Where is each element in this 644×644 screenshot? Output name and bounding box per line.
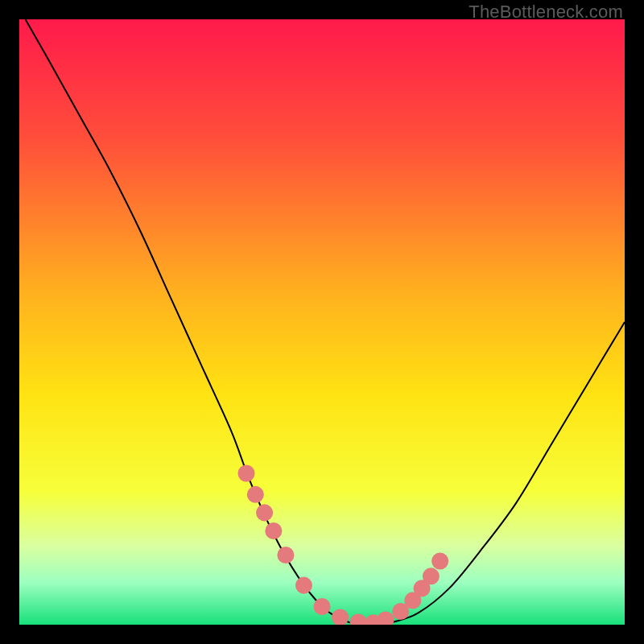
- watermark-text: TheBottleneck.com: [469, 2, 623, 23]
- highlight-dot: [313, 598, 330, 615]
- highlight-dot: [247, 486, 264, 503]
- highlight-dot: [423, 568, 440, 584]
- highlight-dot: [256, 504, 273, 521]
- bottleneck-chart: [19, 19, 625, 625]
- chart-background: [19, 19, 625, 625]
- highlight-dot: [277, 547, 294, 564]
- highlight-dot: [431, 553, 448, 570]
- chart-frame: [19, 19, 625, 625]
- highlight-dot: [295, 577, 312, 594]
- highlight-dot: [237, 464, 254, 481]
- highlight-dot: [265, 522, 282, 539]
